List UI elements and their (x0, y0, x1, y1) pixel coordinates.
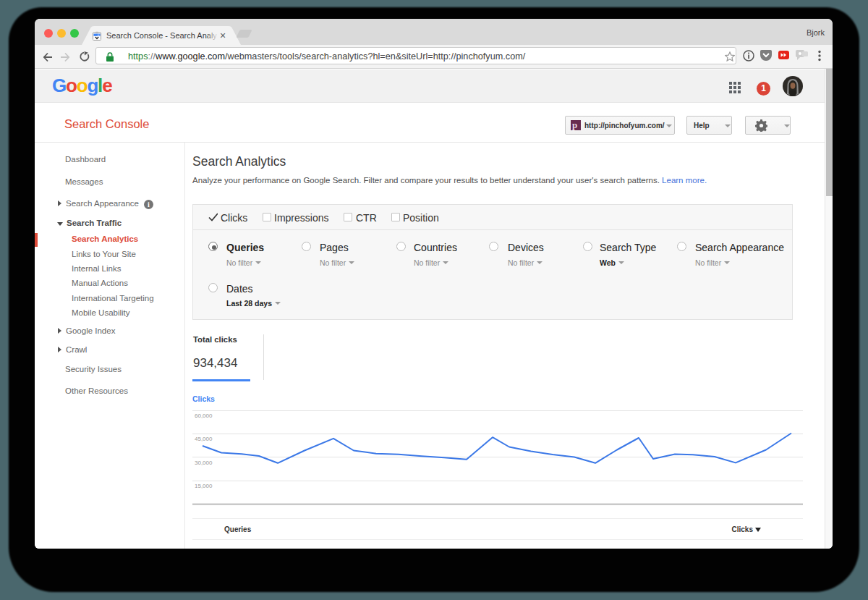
svg-text:15,000: 15,000 (195, 483, 213, 489)
svg-text:60,000: 60,000 (195, 413, 213, 419)
svg-text:30,000: 30,000 (195, 460, 213, 466)
svg-text:45,000: 45,000 (195, 436, 213, 442)
